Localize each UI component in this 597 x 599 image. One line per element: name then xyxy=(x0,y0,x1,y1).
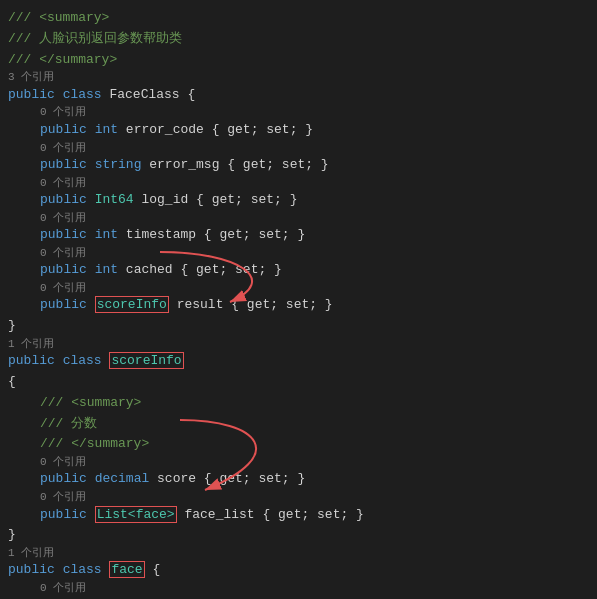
code-token: { xyxy=(145,560,161,581)
code-token: public xyxy=(40,295,87,316)
code-line: 1 个引用 xyxy=(0,546,597,560)
highlighted-type: scoreInfo xyxy=(95,296,169,313)
code-token: public xyxy=(8,351,55,372)
code-token: public xyxy=(40,260,87,281)
code-token: 0 个引用 xyxy=(40,141,86,155)
code-token: result { get; set; } xyxy=(169,295,333,316)
code-token: 0 个引用 xyxy=(40,211,86,225)
code-line: 0 个引用 xyxy=(0,141,597,155)
code-token xyxy=(87,295,95,316)
code-token: string xyxy=(95,596,142,600)
code-line: public class face { xyxy=(0,560,597,581)
code-line: /// <summary> xyxy=(0,8,597,29)
code-line: 0 个引用 xyxy=(0,490,597,504)
code-token: /// 人脸识别返回参数帮助类 xyxy=(8,29,182,50)
code-token: scoreInfo xyxy=(109,351,183,372)
code-line: } xyxy=(0,316,597,337)
code-token xyxy=(87,505,95,526)
code-line: 3 个引用 xyxy=(0,70,597,84)
code-token: scoreInfo xyxy=(95,295,169,316)
code-token: class xyxy=(63,85,102,106)
code-token: error_code { get; set; } xyxy=(118,120,313,141)
code-token xyxy=(55,560,63,581)
code-token: /// 分数 xyxy=(40,414,97,435)
code-token: 1 个引用 xyxy=(8,546,54,560)
code-line: public string face_token { get; set; } xyxy=(0,596,597,600)
code-token: public xyxy=(40,120,87,141)
code-token: 0 个引用 xyxy=(40,581,86,595)
code-line: { xyxy=(0,372,597,393)
code-token: timestamp { get; set; } xyxy=(118,225,305,246)
code-token: 3 个引用 xyxy=(8,70,54,84)
code-token: 0 个引用 xyxy=(40,281,86,295)
code-token: public xyxy=(40,505,87,526)
code-token xyxy=(102,351,110,372)
code-line: 0 个引用 xyxy=(0,281,597,295)
code-line: public scoreInfo result { get; set; } xyxy=(0,295,597,316)
code-line: public List<face> face_list { get; set; … xyxy=(0,505,597,526)
code-token: Int64 xyxy=(95,190,134,211)
code-token: 0 个引用 xyxy=(40,176,86,190)
code-token xyxy=(87,120,95,141)
code-line: public int timestamp { get; set; } xyxy=(0,225,597,246)
code-token: int xyxy=(95,120,118,141)
code-token: face_list { get; set; } xyxy=(177,505,364,526)
code-token: decimal xyxy=(95,469,150,490)
code-token: error_msg { get; set; } xyxy=(141,155,328,176)
code-token: string xyxy=(95,155,142,176)
code-line: public class FaceClass { xyxy=(0,85,597,106)
code-token: } xyxy=(8,316,16,337)
code-line: public int error_code { get; set; } xyxy=(0,120,597,141)
code-line: /// 分数 xyxy=(0,414,597,435)
code-token: 0 个引用 xyxy=(40,490,86,504)
code-token xyxy=(87,596,95,600)
code-line: /// </summary> xyxy=(0,434,597,455)
code-token: public xyxy=(8,560,55,581)
code-token: { xyxy=(8,372,16,393)
code-line: } xyxy=(0,525,597,546)
code-token xyxy=(87,469,95,490)
highlighted-type: face xyxy=(109,561,144,578)
code-line: 0 个引用 xyxy=(0,246,597,260)
highlighted-type: List<face> xyxy=(95,506,177,523)
code-token: public xyxy=(40,190,87,211)
code-line: /// 人脸识别返回参数帮助类 xyxy=(0,29,597,50)
code-token: 0 个引用 xyxy=(40,246,86,260)
code-line: public int cached { get; set; } xyxy=(0,260,597,281)
code-token: 0 个引用 xyxy=(40,455,86,469)
code-token xyxy=(87,260,95,281)
code-line: public decimal score { get; set; } xyxy=(0,469,597,490)
code-token xyxy=(55,351,63,372)
code-container: /// <summary>/// 人脸识别返回参数帮助类/// </summar… xyxy=(0,0,597,599)
code-token: face xyxy=(109,560,144,581)
code-token: class xyxy=(63,560,102,581)
code-token: public xyxy=(40,596,87,600)
code-token: 1 个引用 xyxy=(8,337,54,351)
code-token: /// <summary> xyxy=(8,8,109,29)
code-token xyxy=(87,225,95,246)
code-line: 1 个引用 xyxy=(0,337,597,351)
code-line: /// </summary> xyxy=(0,50,597,71)
code-line: 0 个引用 xyxy=(0,455,597,469)
code-line: public Int64 log_id { get; set; } xyxy=(0,190,597,211)
code-token xyxy=(102,560,110,581)
code-line: 0 个引用 xyxy=(0,105,597,119)
code-token: /// <summary> xyxy=(40,393,141,414)
code-line: 0 个引用 xyxy=(0,211,597,225)
code-line: 0 个引用 xyxy=(0,176,597,190)
code-token xyxy=(55,85,63,106)
code-token: public xyxy=(8,85,55,106)
code-token: /// </summary> xyxy=(40,434,149,455)
code-token xyxy=(87,155,95,176)
code-token: public xyxy=(40,225,87,246)
code-line: public string error_msg { get; set; } xyxy=(0,155,597,176)
code-token: FaceClass { xyxy=(102,85,196,106)
code-token: score { get; set; } xyxy=(149,469,305,490)
code-token: face_token { get; set; } xyxy=(141,596,336,600)
code-token xyxy=(87,190,95,211)
code-token: log_id { get; set; } xyxy=(134,190,298,211)
code-line: /// <summary> xyxy=(0,393,597,414)
highlighted-type: scoreInfo xyxy=(109,352,183,369)
code-line: 0 个引用 xyxy=(0,581,597,595)
code-token: cached { get; set; } xyxy=(118,260,282,281)
